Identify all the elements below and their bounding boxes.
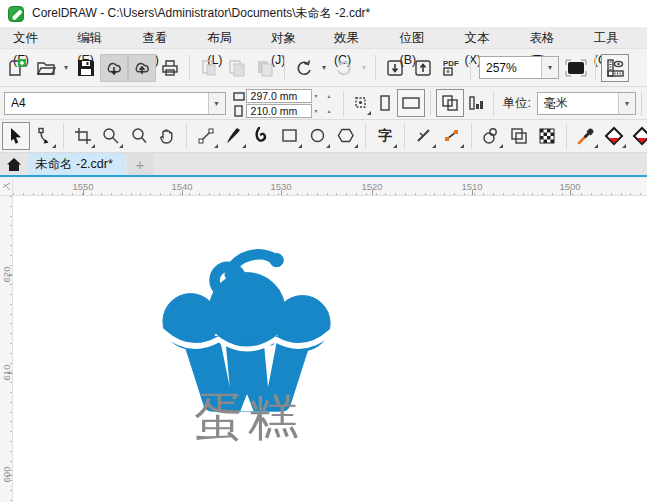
menu-item-4[interactable]: 对象(J) xyxy=(258,27,321,49)
redo-icon xyxy=(334,58,354,78)
page-width-field[interactable]: 297.0 mm xyxy=(246,89,312,103)
brush-icon xyxy=(224,126,244,146)
menu-item-1[interactable]: 编辑(E) xyxy=(64,27,129,49)
zoom-tool[interactable] xyxy=(97,122,125,150)
ellipse-tool[interactable] xyxy=(304,122,332,150)
page-width-spinner[interactable]: ▾▴ xyxy=(312,92,334,99)
pattern-fill-tool[interactable] xyxy=(533,122,561,150)
pdf-box-icon xyxy=(443,67,453,76)
redo-button xyxy=(330,54,358,82)
parallel-drawing-tool[interactable] xyxy=(410,122,438,150)
coreldraw-app-icon xyxy=(8,6,24,22)
pick-tool[interactable] xyxy=(2,122,30,150)
import-icon xyxy=(385,58,405,78)
interactive-fill-tool[interactable] xyxy=(600,122,628,150)
new-tab-button[interactable]: + xyxy=(127,153,153,175)
vruler-tick xyxy=(7,475,12,476)
cloud-download-button[interactable] xyxy=(100,54,128,82)
hruler-tick xyxy=(372,190,373,195)
hruler-tick xyxy=(83,190,84,195)
transparency-tool[interactable] xyxy=(505,122,533,150)
page-size-combo[interactable]: A4 ▾ xyxy=(4,92,226,115)
vertical-ruler[interactable]: 630620610600 xyxy=(0,196,13,502)
pdf-label: PDF xyxy=(443,60,459,67)
page-dimensions: 297.0 mm ▾▴ 210.0 mm ▾▴ xyxy=(232,89,334,118)
zoom-level-combo[interactable]: 257% ▾ xyxy=(479,56,559,79)
polygon-icon xyxy=(336,126,356,146)
overlap-squares-icon xyxy=(509,126,529,146)
menu-item-0[interactable]: 文件(F) xyxy=(0,27,64,49)
hruler-tick xyxy=(472,190,473,195)
landscape-button[interactable] xyxy=(397,89,425,117)
zoom-level-dropdown-icon[interactable]: ▾ xyxy=(541,57,558,78)
print-button[interactable] xyxy=(156,54,184,82)
menu-item-7[interactable]: 文本(X) xyxy=(451,27,516,49)
pan-tool[interactable] xyxy=(153,122,181,150)
smart-fill-tool[interactable] xyxy=(628,122,647,150)
menu-item-9[interactable]: 工具(O) xyxy=(581,27,647,49)
zoom-level-value: 257% xyxy=(480,61,541,75)
menu-item-6[interactable]: 位图(B) xyxy=(387,27,452,49)
active-document-tab[interactable]: 未命名 -2.cdr* xyxy=(27,153,125,175)
cut-icon xyxy=(199,58,219,78)
nudge-offset-icon xyxy=(352,94,370,112)
connector-tool[interactable] xyxy=(438,122,466,150)
magnifier-plain-icon xyxy=(129,126,149,146)
cake-text-object[interactable]: 蛋糕 xyxy=(153,384,343,451)
window-title: CorelDRAW - C:\Users\Administrator\Docum… xyxy=(32,5,370,22)
menu-item-2[interactable]: 查看(V) xyxy=(129,27,194,49)
open-dropdown[interactable]: ▾ xyxy=(60,54,72,82)
shape-tool[interactable] xyxy=(30,122,58,150)
save-button[interactable] xyxy=(72,54,100,82)
all-pages-button[interactable] xyxy=(436,89,464,117)
menu-bar: 文件(F)编辑(E)查看(V)布局(L)对象(J)效果(C)位图(B)文本(X)… xyxy=(0,27,647,49)
coreldraw-window: CorelDRAW - C:\Users\Administrator\Docum… xyxy=(0,0,647,502)
page-height-field[interactable]: 210.0 mm xyxy=(246,104,312,118)
crop-tool[interactable] xyxy=(69,122,97,150)
current-page-button[interactable] xyxy=(464,89,488,117)
open-button[interactable] xyxy=(32,54,60,82)
vruler-tick xyxy=(7,373,12,374)
text-tool[interactable]: 字 xyxy=(371,122,399,150)
hruler-tick xyxy=(570,190,571,195)
title-bar: CorelDRAW - C:\Users\Administrator\Docum… xyxy=(0,0,647,27)
freehand-tool[interactable] xyxy=(192,122,220,150)
publish-pdf-button[interactable]: PDF xyxy=(437,54,465,82)
undo-dropdown[interactable]: ▾ xyxy=(318,54,330,82)
undo-button[interactable] xyxy=(290,54,318,82)
menu-item-5[interactable]: 效果(C) xyxy=(321,27,387,49)
home-tab[interactable] xyxy=(0,153,27,175)
polygon-tool[interactable] xyxy=(332,122,360,150)
bspline-tool[interactable] xyxy=(248,122,276,150)
text-tool-glyph: 字 xyxy=(378,127,392,145)
hruler-tick xyxy=(281,190,282,195)
import-button[interactable] xyxy=(381,54,409,82)
units-dropdown-icon[interactable]: ▾ xyxy=(618,93,635,114)
current-page-icon xyxy=(467,94,485,112)
eyedropper-tool[interactable] xyxy=(572,122,600,150)
rectangle-tool[interactable] xyxy=(276,122,304,150)
contour-tool[interactable] xyxy=(477,122,505,150)
eyedropper-icon xyxy=(576,126,596,146)
ruler-origin[interactable] xyxy=(0,179,13,196)
drawing-canvas[interactable]: 蛋糕 xyxy=(13,196,647,502)
horizontal-ruler[interactable]: 155015401530152015101500 xyxy=(13,179,647,196)
page-height-spinner[interactable]: ▾▴ xyxy=(312,107,334,114)
artistic-media-tool[interactable] xyxy=(220,122,248,150)
zoom-out-tool[interactable] xyxy=(125,122,153,150)
page-size-dropdown-icon[interactable]: ▾ xyxy=(208,93,225,114)
menu-item-8[interactable]: 表格(T) xyxy=(516,27,580,49)
document-tab-bar: 未命名 -2.cdr* + xyxy=(0,153,647,177)
paste-button xyxy=(251,54,279,82)
new-document-button[interactable] xyxy=(4,54,32,82)
nudge-offset-button[interactable] xyxy=(349,89,373,117)
units-combo[interactable]: 毫米 ▾ xyxy=(537,92,636,115)
menu-item-3[interactable]: 布局(L) xyxy=(194,27,258,49)
checkerboard-icon xyxy=(537,126,557,146)
export-button[interactable] xyxy=(409,54,437,82)
show-rulers-button[interactable] xyxy=(601,54,629,82)
portrait-button[interactable] xyxy=(373,89,397,117)
fill-diamond-icon xyxy=(604,126,624,146)
fullscreen-preview-button[interactable] xyxy=(562,54,590,82)
cloud-upload-button[interactable] xyxy=(128,54,156,82)
